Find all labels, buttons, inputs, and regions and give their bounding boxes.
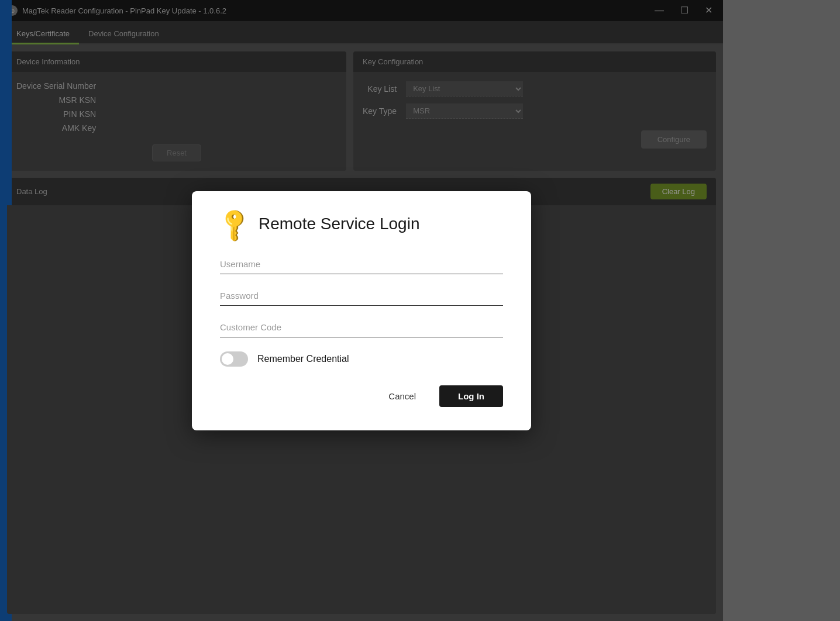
remember-toggle-label[interactable]: [220, 351, 248, 367]
remember-row: Remember Credential: [220, 351, 503, 367]
password-field: [220, 286, 503, 306]
login-dialog: 🔑 Remote Service Login Remember Credenti…: [192, 191, 531, 430]
dialog-actions: Cancel Log In: [220, 385, 503, 407]
key-icon: 🔑: [216, 205, 253, 243]
password-input[interactable]: [220, 286, 503, 306]
username-field: [220, 254, 503, 274]
cancel-button[interactable]: Cancel: [379, 387, 425, 406]
customer-code-field: [220, 318, 503, 337]
modal-overlay: 🔑 Remote Service Login Remember Credenti…: [0, 0, 723, 621]
dialog-title: Remote Service Login: [259, 215, 419, 233]
dialog-header: 🔑 Remote Service Login: [220, 212, 503, 236]
login-button[interactable]: Log In: [439, 385, 503, 407]
toggle-slider: [220, 351, 248, 367]
customer-code-input[interactable]: [220, 318, 503, 337]
remember-label: Remember Credential: [257, 354, 349, 364]
username-input[interactable]: [220, 254, 503, 274]
